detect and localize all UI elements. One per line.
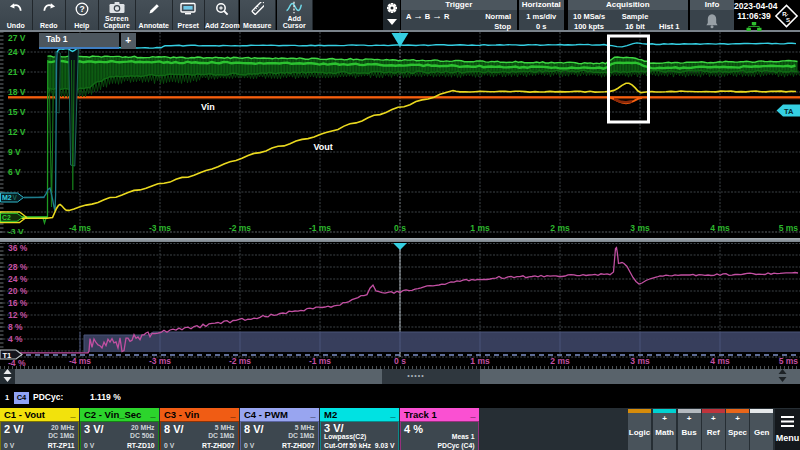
svg-text:TA: TA: [784, 107, 794, 116]
svg-text:M2: M2: [2, 194, 12, 201]
svg-text:4 ms: 4 ms: [710, 223, 730, 233]
svg-text:-1 ms: -1 ms: [309, 356, 331, 366]
svg-text:Vout: Vout: [314, 142, 333, 152]
svg-text:6 V: 6 V: [8, 167, 21, 177]
svg-text:4 %: 4 %: [8, 334, 23, 344]
svg-text:?: ?: [79, 4, 84, 14]
svg-text:-3 ms: -3 ms: [149, 356, 171, 366]
svg-text:21 V: 21 V: [8, 67, 26, 77]
svg-text:36 %: 36 %: [8, 243, 28, 253]
svg-text:27 V: 27 V: [8, 33, 26, 43]
svg-text:18 V: 18 V: [8, 87, 26, 97]
svg-text:8 %: 8 %: [8, 322, 23, 332]
svg-text:12 %: 12 %: [8, 310, 28, 320]
svg-text:4 ms: 4 ms: [710, 356, 730, 366]
svg-text:3 ms: 3 ms: [630, 356, 650, 366]
svg-text:16 %: 16 %: [8, 298, 28, 308]
svg-text:28 %: 28 %: [8, 262, 28, 272]
svg-text:-4 ms: -4 ms: [69, 223, 91, 233]
svg-text:5 ms: 5 ms: [779, 356, 799, 366]
svg-text:V: V: [13, 194, 18, 201]
svg-text:20 %: 20 %: [8, 286, 28, 296]
svg-text:T1: T1: [3, 351, 12, 360]
svg-text:0 s: 0 s: [394, 223, 406, 233]
svg-text:-3 V: -3 V: [8, 227, 24, 234]
svg-text:Vin: Vin: [201, 102, 215, 112]
svg-text:12 V: 12 V: [8, 127, 26, 137]
svg-text:S: S: [786, 17, 790, 23]
svg-text:9 V: 9 V: [8, 147, 21, 157]
svg-text:3 ms: 3 ms: [630, 223, 650, 233]
svg-text:1 ms: 1 ms: [470, 356, 490, 366]
svg-text:-4 ms: -4 ms: [69, 356, 91, 366]
svg-text:24 %: 24 %: [8, 274, 28, 284]
svg-text:-2 ms: -2 ms: [229, 356, 251, 366]
svg-text:-2 ms: -2 ms: [229, 223, 251, 233]
svg-text:-3 ms: -3 ms: [149, 223, 171, 233]
svg-text:C2: C2: [2, 214, 11, 221]
svg-text:0 s: 0 s: [394, 356, 406, 366]
svg-text:2 ms: 2 ms: [550, 356, 570, 366]
svg-text:5 ms: 5 ms: [779, 223, 799, 233]
svg-text:1 ms: 1 ms: [470, 223, 490, 233]
svg-text:-1 ms: -1 ms: [309, 223, 331, 233]
svg-text:24 V: 24 V: [8, 47, 26, 57]
svg-text:2 ms: 2 ms: [550, 223, 570, 233]
svg-text:15 V: 15 V: [8, 107, 26, 117]
